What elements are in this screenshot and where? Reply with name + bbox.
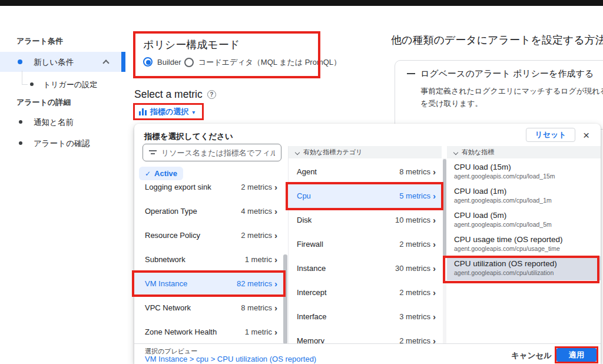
metric-path: agent.googleapis.com/cpu/load_5m (454, 221, 595, 228)
metric-path: agent.googleapis.com/cpu/utilization (454, 269, 595, 276)
resource-count: 2 metrics (241, 231, 272, 240)
chevron-right-icon: › (433, 288, 436, 297)
chevron-right-icon: › (433, 167, 436, 176)
category-name: Instance (297, 264, 326, 273)
category-count: 2 metrics (399, 240, 430, 249)
metric-picker-dialog: 指標を選択してください リセット × ✓ Active Logging expo… (134, 124, 601, 364)
step-bullet-icon (19, 141, 22, 145)
metric-row[interactable]: CPU usage time (OS reported) agent.googl… (447, 232, 601, 256)
sidebar-item-trigger[interactable]: トリガーの設定 (43, 80, 97, 90)
metric-row[interactable]: CPU load (5m) agent.googleapis.com/cpu/l… (447, 208, 601, 232)
category-name: Firewall (297, 240, 323, 249)
radio-selected-icon[interactable] (143, 57, 153, 67)
metric-name: CPU utilization (OS reported) (454, 259, 595, 268)
metric-filter-field[interactable] (143, 144, 281, 161)
category-row[interactable]: Intercept 2 metrics› (289, 280, 442, 305)
resource-name: VPC Network (145, 303, 191, 312)
card-body-line2: を受け取ります。 (420, 97, 603, 110)
category-list-header: 有効な指標カテゴリ (289, 146, 442, 158)
filter-icon (149, 150, 157, 155)
resource-name: Zone Network Health (145, 327, 217, 336)
resource-list: Logging export sink 2 metrics› Operation… (134, 175, 283, 344)
radio-builder[interactable]: Builder (143, 57, 181, 67)
resource-row[interactable]: Zone Network Health 1 metric› (134, 320, 283, 344)
resource-name: Logging export sink (145, 183, 211, 191)
category-count: 8 metrics (399, 167, 430, 176)
metric-name: CPU load (5m) (454, 211, 595, 220)
resource-name: Subnetwork (145, 255, 185, 264)
metric-row-cpu-utilization[interactable]: CPU utilization (OS reported) agent.goog… (447, 256, 601, 280)
apply-button[interactable]: 適用 (556, 348, 597, 362)
metric-row[interactable]: CPU load (15m) agent.googleapis.com/cpu/… (447, 160, 601, 184)
resource-count: 8 metrics (241, 303, 272, 312)
active-step-bar (121, 52, 125, 72)
step-bullet-icon (18, 59, 22, 64)
resource-row[interactable]: Subnetwork 1 metric› (134, 247, 283, 272)
select-metric-button[interactable]: 指標の選択 ▾ (135, 105, 198, 119)
radio-builder-label: Builder (157, 58, 181, 67)
step-bullet-icon (30, 82, 34, 86)
sidebar-item-notification[interactable]: 通知と名前 (34, 117, 74, 128)
resource-count: 1 metric (245, 255, 272, 264)
chevron-right-icon: › (274, 327, 277, 336)
resource-row[interactable]: Operation Type 4 metrics› (134, 199, 283, 223)
select-metric-button-label: 指標の選択 (150, 107, 188, 117)
resource-count: 82 metrics (237, 279, 272, 288)
resource-row[interactable]: Logging export sink 2 metrics› (134, 175, 283, 199)
resource-row-vm-instance[interactable]: VM Instance 82 metrics› (134, 272, 283, 296)
cancel-button[interactable]: キャンセル (511, 350, 552, 361)
category-row[interactable]: Disk 10 metrics› (289, 208, 442, 232)
resource-name: Resource Policy (145, 231, 200, 240)
select-metric-heading-text: Select a metric (134, 88, 203, 101)
sidebar-item-confirm[interactable]: アラートの確認 (34, 138, 90, 149)
category-count: 2 metrics (399, 288, 430, 297)
category-row[interactable]: Agent 8 metrics› (289, 160, 442, 184)
category-row[interactable]: Instance 30 metrics› (289, 256, 442, 280)
chevron-right-icon: › (274, 231, 277, 240)
category-row[interactable]: Interface 3 metrics› (289, 305, 442, 329)
reset-button[interactable]: リセット (526, 128, 575, 142)
sidebar-section-conditions: アラート条件 (16, 36, 63, 47)
top-dark-bar (0, 0, 603, 6)
radio-unselected-icon[interactable] (184, 58, 194, 67)
resource-row[interactable]: Resource Policy 2 metrics› (134, 223, 283, 247)
resource-list-scrollbar[interactable] (283, 254, 287, 344)
help-icon[interactable]: ? (207, 90, 216, 99)
metric-row[interactable]: CPU load (1m) agent.googleapis.com/cpu/l… (447, 184, 601, 208)
sidebar-item-new-condition-label: 新しい条件 (34, 57, 74, 68)
metric-path: agent.googleapis.com/cpu/usage_time (454, 245, 595, 252)
resource-name: Operation Type (145, 207, 197, 216)
metric-header-label: 有効な指標 (462, 148, 494, 157)
log-alert-card-title: ログベースのアラート ポリシーを作成する (420, 68, 594, 80)
category-count: 5 metrics (399, 191, 430, 200)
category-count: 30 metrics (395, 264, 430, 273)
metric-path: agent.googleapis.com/cpu/load_15m (454, 173, 595, 180)
preview-breadcrumb-link[interactable]: VM Instance > cpu > CPU utilization (OS … (145, 355, 316, 363)
chevron-right-icon: › (274, 303, 277, 312)
category-list-scrollbar[interactable] (443, 159, 446, 256)
radio-code-editor[interactable]: コードエディタ（MQL または PromQL） (184, 57, 341, 68)
chevron-right-icon: › (433, 264, 436, 273)
step-bullet-icon (19, 120, 22, 124)
chevron-right-icon: › (433, 191, 436, 200)
category-row[interactable]: Firewall 2 metrics› (289, 232, 442, 256)
resource-count: 2 metrics (241, 183, 272, 191)
tree-connector (22, 71, 28, 85)
log-alert-card[interactable]: ログベースのアラート ポリシーを作成する 事前定義されたログクエリにマッチするロ… (395, 60, 603, 130)
metric-name: CPU usage time (OS reported) (454, 235, 595, 244)
metric-list: 有効な指標 CPU load (15m) agent.googleapis.co… (447, 146, 601, 280)
right-panel-heading: 他の種類のデータにアラートを設定する方法 (391, 33, 603, 47)
resource-row[interactable]: VPC Network 8 metrics› (134, 296, 283, 320)
chevron-right-icon: › (274, 207, 277, 216)
log-alert-card-body: 事前定義されたログクエリにマッチするログが現れるれるたび を受け取ります。 (420, 85, 603, 110)
sidebar-section-details: アラートの詳細 (16, 97, 71, 108)
close-icon[interactable]: × (583, 130, 589, 141)
metric-filter-input[interactable] (161, 148, 275, 157)
chevron-right-icon: › (433, 216, 436, 224)
category-row-cpu[interactable]: Cpu 5 metrics› (289, 184, 442, 208)
category-name: Agent (297, 167, 317, 176)
category-name: Disk (297, 216, 312, 224)
metric-list-header: 有効な指標 (447, 146, 601, 158)
category-name: Intercept (297, 288, 327, 297)
metric-path: agent.googleapis.com/cpu/load_1m (454, 197, 595, 204)
